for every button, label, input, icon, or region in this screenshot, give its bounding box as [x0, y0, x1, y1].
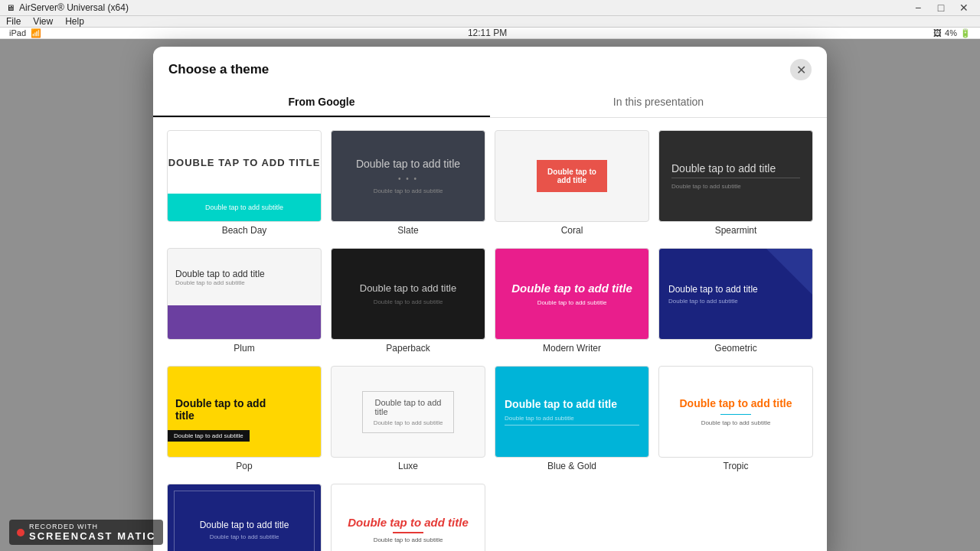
theme-card-marina[interactable]: Double tap to add title Double tap to ad…	[162, 479, 326, 551]
theme-card-paperback[interactable]: Double tap to add title Double tap to ad…	[326, 243, 490, 361]
bluegold-subtitle: Double tap to add subtitle	[505, 415, 639, 425]
theme-card-spearmint[interactable]: Double tap to add title Double tap to ad…	[654, 126, 818, 243]
watermark: RECORDED WITH SCREENCAST MATIC	[9, 520, 163, 545]
theme-name-geometric: Geometric	[658, 343, 813, 357]
gameday-subtitle: Double tap to add subtitle	[374, 536, 443, 543]
maximize-button[interactable]: □	[931, 0, 951, 15]
status-left: iPad 📶	[9, 28, 41, 38]
theme-preview-pop: Double tap to addtitle Double tap to add…	[167, 366, 322, 458]
theme-preview-blue-gold: Double tap to add title Double tap to ad…	[495, 366, 649, 458]
theme-preview-slate: Double tap to add title • • • Double tap…	[331, 130, 485, 222]
menu-help[interactable]: Help	[65, 16, 84, 27]
theme-card-modern-writer[interactable]: Double tap to add title Double tap to ad…	[490, 243, 654, 361]
pop-title: Double tap to addtitle	[175, 397, 266, 422]
theme-card-slate[interactable]: Double tap to add title • • • Double tap…	[326, 126, 490, 243]
theme-card-coral[interactable]: Double tap toadd title Coral	[490, 126, 654, 243]
theme-preview-beach-day: DOUBLE TAP TO ADD TITLE Double tap to ad…	[167, 130, 322, 222]
tropic-subtitle: Double tap to add subtitle	[701, 419, 771, 426]
tropic-title: Double tap to add title	[680, 397, 792, 409]
menu-bar: File View Help	[0, 16, 980, 28]
ipad-status-bar: iPad 📶 12:11 PM 🖼 4% 🔋	[0, 28, 980, 39]
theme-name-blue-gold: Blue & Gold	[495, 461, 649, 474]
watermark-brand: SCREENCAST MATIC	[29, 530, 155, 542]
theme-name-modern-writer: Modern Writer	[495, 343, 649, 357]
geometric-title: Double tap to add title	[668, 284, 803, 295]
slate-dots: • • •	[398, 174, 418, 183]
theme-card-gameday[interactable]: Double tap to add title Double tap to ad…	[326, 479, 490, 551]
theme-preview-geometric: Double tap to add title Double tap to ad…	[658, 248, 813, 340]
theme-preview-modern-writer: Double tap to add title Double tap to ad…	[495, 248, 649, 340]
slate-subtitle: Double tap to add subtitle	[374, 187, 443, 194]
theme-card-geometric[interactable]: Double tap to add title Double tap to ad…	[654, 243, 818, 361]
theme-preview-paperback: Double tap to add title Double tap to ad…	[331, 248, 485, 340]
marina-subtitle: Double tap to add subtitle	[210, 533, 279, 540]
theme-preview-tropic: Double tap to add title Double tap to ad…	[658, 366, 813, 458]
battery-icon: 🖼	[933, 28, 942, 37]
plum-title: Double tap to add title	[175, 269, 313, 279]
watermark-dot	[17, 529, 24, 536]
theme-name-beach-day: Beach Day	[167, 225, 322, 239]
theme-card-luxe[interactable]: Double tap to addtitle Double tap to add…	[326, 361, 490, 479]
tropic-line	[720, 414, 751, 415]
theme-preview-gameday: Double tap to add title Double tap to ad…	[331, 484, 485, 551]
menu-view[interactable]: View	[33, 16, 53, 27]
watermark-text: RECORDED WITH SCREENCAST MATIC	[29, 523, 155, 542]
theme-preview-luxe: Double tap to addtitle Double tap to add…	[331, 366, 485, 458]
theme-preview-plum: Double tap to add title Double tap to ad…	[167, 248, 322, 340]
beach-day-title: DOUBLE TAP TO ADD TITLE	[168, 131, 321, 194]
theme-name-spearmint: Spearmint	[658, 225, 813, 239]
app-title: AirServer® Universal (x64)	[19, 2, 908, 13]
theme-name-coral: Coral	[495, 225, 649, 239]
themes-grid: DOUBLE TAP TO ADD TITLE Double tap to ad…	[153, 118, 827, 551]
luxe-box: Double tap to addtitle Double tap to add…	[362, 391, 455, 433]
beach-day-subtitle: Double tap to add subtitle	[168, 194, 321, 221]
theme-name-luxe: Luxe	[331, 461, 485, 474]
tab-from-google[interactable]: From Google	[153, 88, 490, 117]
theme-card-tropic[interactable]: Double tap to add title Double tap to ad…	[654, 361, 818, 479]
dialog-tabs: From Google In this presentation	[153, 88, 827, 118]
battery-bar: 🔋	[960, 28, 971, 38]
spearmint-title: Double tap to add title	[671, 162, 800, 178]
tab-in-presentation[interactable]: In this presentation	[490, 88, 827, 117]
theme-name-pop: Pop	[167, 461, 322, 474]
app-window: 🖥 AirServer® Universal (x64) − □ ✕ File …	[0, 0, 980, 551]
minimize-button[interactable]: −	[908, 0, 928, 15]
theme-name-slate: Slate	[331, 225, 485, 239]
theme-card-blue-gold[interactable]: Double tap to add title Double tap to ad…	[490, 361, 654, 479]
paperback-subtitle: Double tap to add subtitle	[374, 298, 443, 305]
modernwriter-subtitle: Double tap to add subtitle	[537, 299, 607, 306]
title-bar: 🖥 AirServer® Universal (x64) − □ ✕	[0, 0, 980, 16]
status-time: 12:11 PM	[41, 28, 933, 38]
battery-percent: 4%	[945, 28, 957, 37]
theme-preview-coral: Double tap toadd title	[495, 130, 649, 222]
bluegold-title: Double tap to add title	[505, 398, 639, 410]
dialog-close-button[interactable]: ✕	[790, 59, 812, 80]
theme-name-paperback: Paperback	[331, 343, 485, 357]
device-label: iPad	[9, 28, 26, 37]
theme-preview-marina: Double tap to add title Double tap to ad…	[167, 484, 322, 551]
dialog-overlay: Choose a theme ✕ From Google In this pre…	[0, 39, 980, 551]
theme-card-pop[interactable]: Double tap to addtitle Double tap to add…	[162, 361, 326, 479]
spearmint-subtitle: Double tap to add subtitle	[671, 183, 800, 190]
slate-title: Double tap to add title	[356, 158, 460, 170]
theme-card-plum[interactable]: Double tap to add title Double tap to ad…	[162, 243, 326, 361]
theme-card-beach-day[interactable]: DOUBLE TAP TO ADD TITLE Double tap to ad…	[162, 126, 326, 243]
window-close-button[interactable]: ✕	[954, 0, 974, 15]
plum-top: Double tap to add title Double tap to ad…	[168, 249, 321, 305]
marina-title: Double tap to add title	[200, 520, 289, 530]
status-right: 🖼 4% 🔋	[933, 28, 971, 38]
theme-name-plum: Plum	[167, 343, 322, 357]
theme-chooser-dialog: Choose a theme ✕ From Google In this pre…	[153, 47, 827, 551]
dialog-header: Choose a theme ✕	[153, 47, 827, 80]
luxe-subtitle: Double tap to add subtitle	[374, 419, 443, 426]
luxe-title: Double tap to addtitle	[375, 398, 442, 416]
dialog-title: Choose a theme	[168, 62, 790, 77]
plum-bar	[168, 305, 321, 339]
watermark-recorded: RECORDED WITH	[29, 523, 155, 530]
wifi-icon: 📶	[31, 28, 41, 38]
gameday-title: Double tap to add title	[348, 516, 469, 529]
gameday-line	[393, 532, 423, 533]
coral-title: Double tap toadd title	[537, 160, 607, 192]
menu-file[interactable]: File	[6, 16, 21, 27]
theme-preview-spearmint: Double tap to add title Double tap to ad…	[658, 130, 813, 222]
